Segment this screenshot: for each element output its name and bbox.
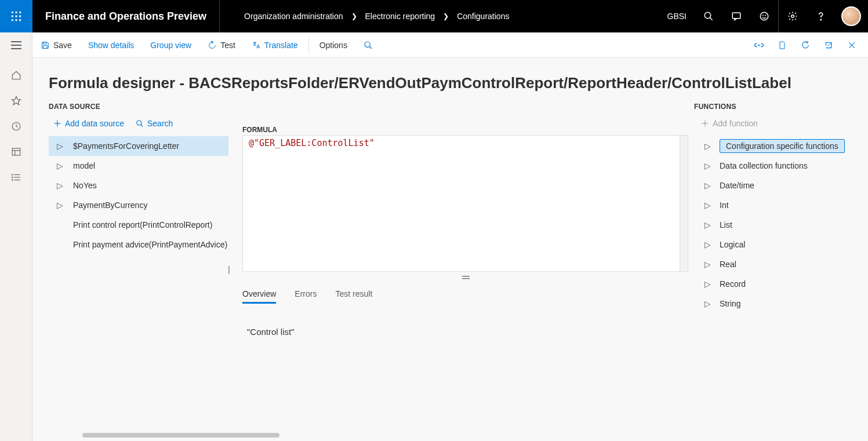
- svg-point-12: [760, 12, 768, 20]
- modules-button[interactable]: [9, 170, 23, 184]
- formula-editor[interactable]: @"GER_LABEL:ControlList": [242, 135, 688, 272]
- svg-point-7: [15, 19, 17, 21]
- svg-line-33: [369, 46, 372, 49]
- tab-overview[interactable]: Overview: [242, 286, 276, 304]
- svg-rect-30: [43, 42, 46, 43]
- tree-item[interactable]: Print payment advice(PrintPaymentAdvice): [49, 235, 228, 254]
- home-button[interactable]: [9, 68, 23, 82]
- function-category[interactable]: ▷String: [694, 294, 856, 314]
- recent-button[interactable]: [9, 119, 23, 133]
- tree-item[interactable]: Print control report(PrintControlReport): [49, 215, 228, 235]
- tree-item[interactable]: ▷NoYes: [49, 176, 228, 195]
- function-category-label: Real: [720, 260, 736, 269]
- popout-button[interactable]: [817, 32, 840, 58]
- group-view-button[interactable]: Group view: [142, 32, 199, 58]
- refresh-icon: [208, 41, 217, 50]
- breadcrumb-item[interactable]: Organization administration: [243, 9, 344, 23]
- options-button[interactable]: Options: [311, 32, 355, 58]
- tree-item-label: model: [73, 161, 95, 170]
- search-data-source-button[interactable]: Search: [136, 119, 173, 128]
- gear-icon: [787, 11, 798, 21]
- refresh-page-button[interactable]: [794, 32, 817, 58]
- settings-button[interactable]: [779, 0, 807, 32]
- function-category[interactable]: ▷Logical: [694, 235, 856, 254]
- page-options-button[interactable]: [771, 32, 794, 58]
- nav-toggle[interactable]: [0, 32, 32, 58]
- function-category[interactable]: ▷List: [694, 215, 856, 235]
- overview-content: "Control list": [242, 304, 688, 360]
- company-code[interactable]: GBSI: [659, 12, 695, 21]
- function-category[interactable]: ▷Data collection functions: [694, 156, 856, 176]
- messages-button[interactable]: [722, 0, 750, 32]
- chat-icon: [731, 11, 742, 21]
- tab-errors[interactable]: Errors: [295, 286, 317, 304]
- avatar[interactable]: [841, 6, 861, 26]
- page-title: Formula designer - BACSReportsFolder/ERV…: [49, 74, 868, 92]
- function-category[interactable]: ▷Real: [694, 254, 856, 274]
- result-tabs: OverviewErrorsTest result: [242, 286, 688, 304]
- svg-rect-18: [12, 148, 20, 155]
- help-button[interactable]: [807, 0, 834, 32]
- title-bar-right: GBSI: [659, 0, 868, 32]
- breadcrumb-item[interactable]: Electronic reporting: [364, 9, 437, 23]
- add-data-source-button[interactable]: Add data source: [53, 119, 124, 128]
- function-category-label: Date/time: [720, 181, 754, 190]
- svg-point-5: [19, 15, 21, 17]
- tree-item[interactable]: ▷model: [49, 156, 228, 176]
- function-category[interactable]: ▷Int: [694, 195, 856, 215]
- plus-icon: [53, 119, 61, 127]
- workspace: Formula designer - BACSReportsFolder/ERV…: [32, 58, 868, 441]
- workspaces-button[interactable]: [9, 145, 23, 159]
- breadcrumb: Organization administration ❯ Electronic…: [220, 9, 510, 23]
- save-button[interactable]: Save: [32, 32, 80, 58]
- svg-point-26: [12, 180, 13, 181]
- translate-button[interactable]: Translate: [244, 32, 306, 58]
- search-button[interactable]: [695, 0, 722, 32]
- app-launcher[interactable]: [0, 0, 32, 32]
- svg-point-9: [704, 12, 711, 19]
- svg-point-14: [765, 15, 766, 16]
- search-icon: [136, 119, 144, 127]
- scrollbar[interactable]: [82, 433, 279, 438]
- tree-item[interactable]: ▷PaymentByCurrency: [49, 195, 228, 215]
- workspace-icon: [11, 147, 21, 157]
- horizontal-splitter[interactable]: ==: [242, 272, 688, 283]
- function-category[interactable]: ▷Record: [694, 274, 856, 294]
- svg-rect-31: [43, 45, 48, 48]
- scrollbar[interactable]: [680, 136, 688, 271]
- close-icon: [848, 41, 856, 49]
- svg-point-0: [12, 12, 13, 13]
- svg-point-2: [19, 12, 21, 13]
- function-category-label: String: [720, 299, 741, 308]
- list-icon: [11, 172, 21, 183]
- test-button[interactable]: Test: [199, 32, 244, 58]
- function-category-label: Int: [720, 201, 729, 210]
- data-source-panel: DATA SOURCE Add data source Search ▷$Pay…: [49, 103, 228, 429]
- chevron-right-icon: ▷: [704, 141, 710, 151]
- waffle-icon: [10, 10, 22, 22]
- svg-point-8: [19, 19, 21, 21]
- breadcrumb-item[interactable]: Configurations: [456, 9, 510, 23]
- feedback-button[interactable]: [750, 0, 778, 32]
- chevron-right-icon: ▷: [704, 201, 710, 210]
- link-button[interactable]: [747, 32, 771, 58]
- function-category[interactable]: ▷Configuration specific functions: [694, 136, 856, 156]
- svg-point-25: [12, 177, 13, 178]
- tree-item[interactable]: ▷$PaymentsForCoveringLetter: [49, 136, 228, 156]
- tree-item-label: $PaymentsForCoveringLetter: [73, 141, 179, 151]
- popout-icon: [824, 41, 833, 50]
- chevron-right-icon: ▷: [57, 141, 63, 151]
- chevron-right-icon: ❯: [443, 12, 449, 20]
- tree-item-label: Print control report(PrintControlReport): [73, 220, 212, 229]
- close-button[interactable]: [840, 32, 863, 58]
- show-details-button[interactable]: Show details: [80, 32, 142, 58]
- function-category[interactable]: ▷Date/time: [694, 176, 856, 195]
- find-button[interactable]: [355, 32, 381, 58]
- help-icon: [815, 11, 826, 21]
- function-category-label: Logical: [720, 240, 745, 249]
- tab-test-result[interactable]: Test result: [335, 286, 372, 304]
- resize-handle[interactable]: ||: [228, 265, 228, 274]
- chevron-right-icon: ▷: [57, 161, 63, 170]
- favorites-button[interactable]: [9, 94, 23, 108]
- link-icon: [754, 41, 764, 50]
